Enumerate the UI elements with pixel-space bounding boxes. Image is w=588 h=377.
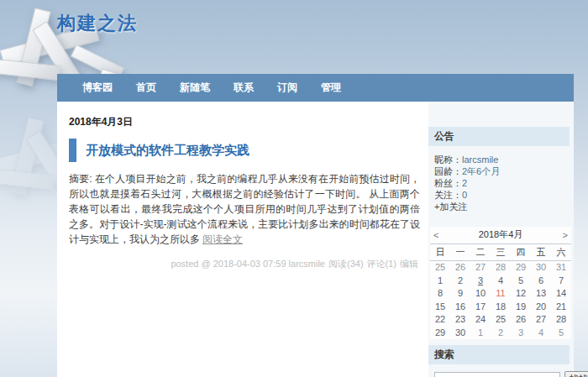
- calendar-day-name: 四: [511, 244, 531, 261]
- calendar-day-header-row: 日一二三四五六: [430, 244, 571, 261]
- announcement-label: 昵称：: [434, 154, 462, 165]
- announcement-value[interactable]: 2: [462, 178, 467, 188]
- calendar-week-row: 25262728293031: [430, 261, 571, 275]
- calendar-day-cell: 12: [511, 287, 531, 301]
- calendar-week-row: 891011121314: [430, 287, 571, 301]
- calendar-day-cell: 5: [551, 327, 571, 340]
- calendar-day-cell: 30: [531, 261, 551, 275]
- calendar-day-cell: 1: [430, 275, 450, 288]
- calendar-day-cell: 19: [511, 301, 531, 314]
- calendar-day-cell: 27: [470, 261, 491, 275]
- calendar-day-cell: 15: [430, 301, 450, 314]
- posted-meta: posted @ 2018-04-03 07:59 larcsmile阅读(34…: [69, 258, 420, 270]
- calendar-widget: < 2018年4月 > 日一二三四五六 25262728293031123456…: [430, 227, 571, 339]
- calendar-header: < 2018年4月 >: [430, 227, 571, 243]
- calendar-day-name: 六: [551, 244, 571, 261]
- read-count-link[interactable]: 阅读(34): [328, 259, 364, 269]
- content-area: 2018年4月3日 开放模式的软件工程教学实践 摘要: 在个人项目开始之前，我之…: [57, 102, 574, 377]
- search-section: 搜索 找找看谷歌搜索: [428, 345, 574, 377]
- search-row-0: 找找看: [434, 371, 570, 377]
- calendar-prev-button[interactable]: <: [433, 230, 444, 240]
- calendar-month-title: 2018年4月: [444, 228, 558, 241]
- calendar-day-cell: 29: [511, 261, 531, 275]
- announcement-row-2: 粉丝：2: [434, 177, 568, 189]
- calendar-week-row: 15161718192021: [430, 301, 571, 314]
- calendar-day-cell: 29: [430, 327, 450, 340]
- calendar-day-cell: 23: [450, 313, 470, 327]
- main-column: 2018年4月3日 开放模式的软件工程教学实践 摘要: 在个人项目开始之前，我之…: [57, 102, 428, 377]
- calendar-day-cell: 31: [551, 261, 571, 275]
- calendar-day-cell: 30: [450, 327, 470, 340]
- calendar-day-cell: 7: [551, 275, 571, 288]
- calendar-day-name: 二: [470, 244, 491, 261]
- calendar-day-cell: 11: [491, 287, 511, 301]
- calendar-day-cell: 1: [470, 327, 491, 340]
- calendar-week-row: 22232425262728: [430, 313, 571, 327]
- search-body: 找找看谷歌搜索: [428, 364, 574, 377]
- calendar-day-cell: 26: [511, 313, 531, 327]
- post-title-accent-bar: [69, 139, 76, 162]
- nav-item-1[interactable]: 首页: [124, 74, 168, 102]
- nav-item-2[interactable]: 新随笔: [168, 74, 222, 102]
- post-title-row: 开放模式的软件工程教学实践: [69, 139, 420, 162]
- calendar-day-cell: 25: [491, 313, 511, 327]
- read-more-link[interactable]: 阅读全文: [202, 233, 243, 245]
- calendar-day-cell: 13: [531, 287, 551, 301]
- calendar-day-cell: 2: [491, 327, 511, 340]
- calendar-day-cell[interactable]: 3: [470, 275, 491, 288]
- calendar-day-cell: 4: [531, 327, 551, 340]
- calendar-day-cell: 26: [450, 261, 470, 275]
- announcement-header: 公告: [428, 127, 570, 146]
- search-header: 搜索: [428, 345, 570, 364]
- page-column: 构建之法 博客园首页新随笔联系订阅管理 2018年4月3日 开放模式的软件工程教…: [57, 0, 574, 377]
- calendar-table: 日一二三四五六 25262728293031123456789101112131…: [430, 243, 571, 339]
- nav-item-3[interactable]: 联系: [222, 74, 265, 102]
- calendar-day-name: 一: [450, 244, 470, 261]
- calendar-week-row: 293012345: [430, 327, 571, 340]
- calendar-day-cell: 24: [470, 313, 491, 327]
- announcement-value[interactable]: 2年6个月: [462, 166, 500, 176]
- calendar-day-cell: 2: [450, 275, 470, 288]
- sidebar: 公告 昵称：larcsmile园龄：2年6个月粉丝：2关注：0+加关注 < 20…: [428, 102, 574, 377]
- edit-link[interactable]: 编辑: [400, 259, 418, 269]
- announcement-row-1: 园龄：2年6个月: [434, 165, 568, 177]
- nav-item-0[interactable]: 博客园: [71, 74, 124, 102]
- announcement-body: 昵称：larcsmile园龄：2年6个月粉丝：2关注：0+加关注: [428, 146, 574, 216]
- follow-link[interactable]: +加关注: [434, 201, 467, 212]
- nav-item-4[interactable]: 订阅: [265, 74, 309, 102]
- calendar-day-cell: 10: [470, 287, 491, 301]
- calendar-day-cell: 14: [551, 287, 571, 301]
- announcement-label: 粉丝：: [434, 178, 462, 188]
- calendar-day-cell: 5: [511, 275, 531, 288]
- posted-meta-text: posted @ 2018-04-03 07:59 larcsmile: [171, 259, 325, 269]
- calendar-day-cell: 20: [531, 301, 551, 314]
- announcement-row-3: 关注：0: [434, 189, 568, 201]
- calendar-day-cell: 17: [470, 301, 491, 314]
- calendar-day-cell: 28: [491, 261, 511, 275]
- post-summary-text: 摘要: 在个人项目开始之前，我之前的编程几乎从来没有在开始前预估过时间，所以也就…: [69, 173, 420, 245]
- calendar-day-cell: 22: [430, 313, 450, 327]
- calendar-day-cell: 6: [531, 275, 551, 288]
- calendar-day-cell: 9: [450, 287, 470, 301]
- calendar-day-name: 日: [430, 244, 450, 261]
- calendar-week-row: 1234567: [430, 275, 571, 288]
- search-button-local[interactable]: 找找看: [564, 371, 588, 377]
- post-title-link[interactable]: 开放模式的软件工程教学实践: [86, 143, 249, 159]
- calendar-day-cell: 4: [491, 275, 511, 288]
- blog-title-link[interactable]: 构建之法: [57, 11, 138, 36]
- announcement-value[interactable]: 0: [462, 190, 467, 200]
- calendar-day-cell: 8: [430, 287, 450, 301]
- announcement-label: 关注：: [434, 190, 462, 200]
- calendar-day-cell: 28: [551, 313, 571, 327]
- calendar-day-cell: 21: [551, 301, 571, 314]
- post-date-heading: 2018年4月3日: [69, 115, 420, 129]
- calendar-day-cell: 27: [531, 313, 551, 327]
- announcement-value[interactable]: larcsmile: [462, 154, 498, 165]
- calendar-day-name: 三: [491, 244, 511, 261]
- calendar-day-cell: 25: [430, 261, 450, 275]
- nav-item-5[interactable]: 管理: [309, 74, 353, 102]
- calendar-next-button[interactable]: >: [558, 230, 568, 240]
- comment-count-link[interactable]: 评论(1): [367, 259, 396, 269]
- calendar-day-name: 五: [531, 244, 551, 261]
- search-input-local[interactable]: [434, 372, 560, 377]
